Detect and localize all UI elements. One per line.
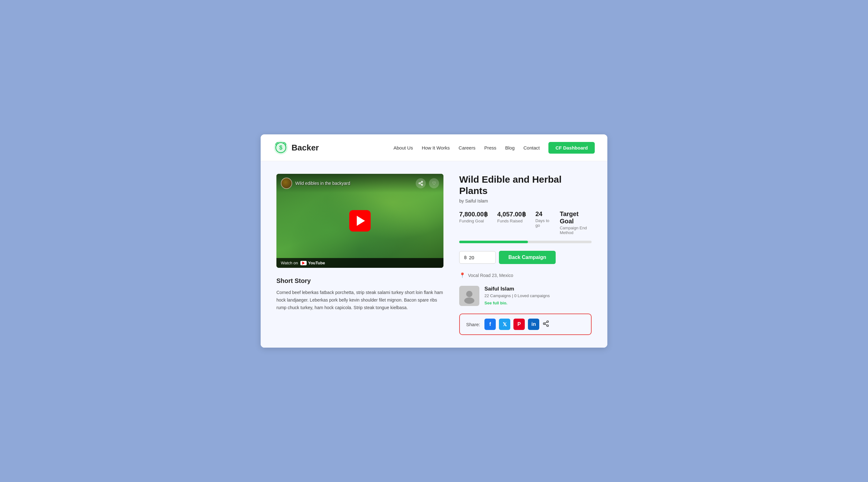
svg-point-9	[464, 297, 474, 304]
creator-avatar	[459, 286, 479, 306]
share-linkedin-button[interactable]: in	[528, 319, 539, 330]
video-embed[interactable]: Wild edibles in the backyard ♡	[276, 174, 443, 268]
svg-text:$: $	[279, 144, 282, 151]
location-pin-icon: 📍	[459, 272, 466, 278]
logo[interactable]: $ Backer	[273, 140, 319, 155]
stat-campaign-end: Target Goal Campaign End Method	[560, 210, 592, 235]
main-content: Wild edibles in the backyard ♡	[261, 161, 607, 348]
author-name: Saiful Islam	[465, 198, 488, 203]
back-campaign-button[interactable]: Back Campaign	[499, 251, 556, 264]
nav-blog[interactable]: Blog	[505, 145, 515, 150]
short-story-section: Short Story Corned beef leberkas fatback…	[276, 277, 443, 311]
nav-about-us[interactable]: About Us	[393, 145, 413, 150]
campaign-end-value: Target Goal	[560, 210, 592, 225]
share-icons: f 𝕏 P in	[485, 319, 549, 330]
stat-funding-goal: 7,800.00฿ Funding Goal	[459, 210, 488, 235]
short-story-body: Corned beef leberkas fatback porchetta, …	[276, 289, 443, 311]
svg-line-7	[420, 182, 422, 183]
svg-point-8	[466, 291, 472, 297]
left-column: Wild edibles in the backyard ♡	[276, 174, 443, 335]
youtube-icon	[300, 261, 307, 265]
share-more-button[interactable]	[542, 320, 549, 329]
share-more-icon	[542, 320, 549, 327]
svg-line-14	[545, 322, 547, 323]
nav-careers[interactable]: Careers	[459, 145, 475, 150]
share-twitter-button[interactable]: 𝕏	[499, 319, 510, 330]
video-channel-avatar	[281, 178, 292, 189]
days-to-go-value: 24	[535, 210, 550, 218]
svg-line-13	[545, 324, 547, 325]
nav-press[interactable]: Press	[484, 145, 496, 150]
video-heart-button[interactable]: ♡	[429, 178, 439, 188]
short-story-heading: Short Story	[276, 277, 443, 285]
creator-bio-link[interactable]: See full bio.	[485, 301, 507, 305]
video-play-button[interactable]	[349, 210, 371, 231]
youtube-play-icon	[302, 261, 305, 265]
campaign-author: by Saiful Islam	[459, 198, 592, 203]
funding-goal-label: Funding Goal	[459, 219, 488, 223]
youtube-text: YouTube	[308, 260, 325, 265]
amount-input[interactable]	[469, 255, 491, 260]
video-share-button[interactable]	[416, 178, 426, 188]
creator-info: Saiful Islam 22 Campaigns | 0 Loved camp…	[485, 286, 550, 306]
cf-dashboard-button[interactable]: CF Dashboard	[549, 142, 595, 153]
logo-icon: $	[273, 140, 288, 155]
video-top-bar: Wild edibles in the backyard ♡	[276, 174, 443, 193]
nav-contact[interactable]: Contact	[524, 145, 540, 150]
campaign-title: Wild Edible and Herbal Plants	[459, 174, 592, 197]
nav-how-it-works[interactable]: How It Works	[422, 145, 450, 150]
youtube-logo: YouTube	[300, 260, 325, 265]
play-triangle-icon	[357, 216, 365, 226]
location-text: Vocal Road 23, Mexico	[468, 273, 513, 278]
svg-line-6	[420, 183, 422, 185]
video-bottom-bar: Watch on YouTube	[276, 258, 443, 268]
stat-days-to-go: 24 Days to go	[535, 210, 550, 235]
days-to-go-label: Days to go	[535, 218, 550, 228]
video-title: Wild edibles in the backyard	[295, 181, 350, 186]
share-pinterest-button[interactable]: P	[514, 319, 525, 330]
currency-input-wrapper: ฿	[459, 251, 496, 264]
funds-raised-label: Funds Raised	[497, 219, 526, 223]
share-facebook-button[interactable]: f	[485, 319, 496, 330]
funds-raised-value: 4,057.00฿	[497, 210, 526, 218]
stat-funds-raised: 4,057.00฿ Funds Raised	[497, 210, 526, 235]
progress-bar-background	[459, 241, 592, 243]
watch-on-label: Watch on	[281, 260, 298, 265]
back-campaign-form: ฿ Back Campaign	[459, 251, 592, 264]
page-container: $ Backer About Us How It Works Careers P…	[261, 134, 607, 348]
author-prefix: by	[459, 198, 464, 203]
location-row: 📍 Vocal Road 23, Mexico	[459, 272, 592, 278]
main-nav: About Us How It Works Careers Press Blog…	[393, 142, 595, 153]
header: $ Backer About Us How It Works Careers P…	[261, 134, 607, 161]
logo-text: Backer	[291, 143, 319, 153]
currency-symbol: ฿	[464, 255, 467, 260]
campaign-end-label: Campaign End Method	[560, 226, 592, 235]
progress-bar-fill	[459, 241, 528, 243]
avatar-icon	[461, 288, 477, 304]
video-thumbnail: Wild edibles in the backyard ♡	[276, 174, 443, 268]
creator-card: Saiful Islam 22 Campaigns | 0 Loved camp…	[459, 286, 592, 306]
share-label: Share:	[466, 322, 480, 327]
campaign-stats: 7,800.00฿ Funding Goal 4,057.00฿ Funds R…	[459, 210, 592, 235]
creator-stats: 22 Campaigns | 0 Loved campaigns	[485, 293, 550, 298]
right-column: Wild Edible and Herbal Plants by Saiful …	[459, 174, 592, 335]
creator-name: Saiful Islam	[485, 286, 550, 292]
funding-goal-value: 7,800.00฿	[459, 210, 488, 218]
share-box: Share: f 𝕏 P in	[459, 314, 592, 335]
